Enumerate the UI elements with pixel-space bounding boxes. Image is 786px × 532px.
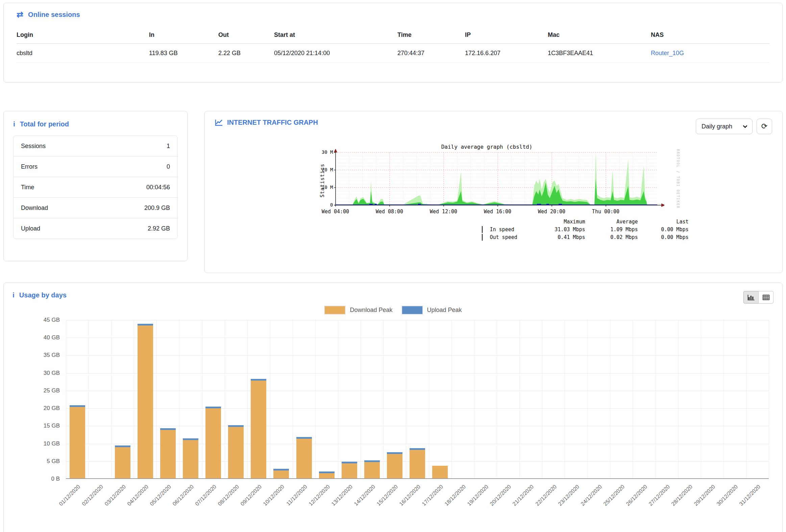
col-login: Login [17, 29, 149, 44]
usage-xtick: 23/12/2020 [557, 484, 580, 507]
usage-ytick: 5 GB [13, 458, 60, 465]
bar-12/12/2020[interactable] [319, 471, 334, 478]
bar-slot: 03/12/2020 [111, 320, 134, 478]
usage-by-days-panel: i Usage by days [3, 282, 783, 532]
table-row: cbsltd 119.83 GB 2.22 GB 05/12/2020 21:1… [17, 44, 769, 63]
stat-row-errors: Errors 0 [13, 156, 178, 177]
mrtg-ytick: 0 [315, 202, 333, 208]
usage-xtick: 18/12/2020 [444, 484, 467, 507]
bar-slot: 13/12/2020 [338, 320, 361, 478]
bar-13/12/2020[interactable] [342, 462, 357, 478]
mrtg-ytick: 20 M [315, 167, 333, 172]
mrtg-svg [326, 148, 664, 210]
usage-xtick: 19/12/2020 [466, 484, 490, 507]
col-out: Out [218, 29, 274, 44]
bar-07/12/2020[interactable] [205, 407, 221, 478]
table-view-button[interactable] [758, 291, 773, 303]
bar-slot: 07/12/2020 [202, 320, 225, 478]
download-segment [205, 408, 221, 478]
bar-10/12/2020[interactable] [273, 469, 289, 479]
usage-ytick: 45 GB [13, 317, 60, 323]
bar-slot: 19/12/2020 [474, 320, 497, 478]
bar-14/12/2020[interactable] [364, 460, 380, 478]
stat-label: Time [21, 184, 34, 191]
usage-xtick: 15/12/2020 [375, 484, 399, 507]
mrtg-plot [326, 148, 664, 211]
stat-value: 2.92 GB [148, 225, 170, 232]
stat-row-sessions: Sessions 1 [13, 136, 178, 157]
bar-slot: 27/12/2020 [655, 320, 678, 478]
bar-chart-icon [747, 294, 755, 300]
bar-slot: 20/12/2020 [497, 320, 519, 478]
chart-view-button[interactable] [743, 291, 759, 303]
usage-xtick: 13/12/2020 [330, 484, 353, 507]
online-sessions-title: Online sessions [28, 11, 80, 19]
download-segment [364, 462, 380, 478]
mrtg-ytick: 30 M [315, 149, 333, 155]
bar-05/12/2020[interactable] [160, 428, 176, 478]
x-axis-arrow [661, 204, 664, 207]
mrtg-ytick: 10 M [315, 185, 333, 190]
usage-xtick: 26/12/2020 [625, 484, 648, 507]
bar-slot: 26/12/2020 [632, 320, 655, 478]
legend-header-average: Average [585, 218, 638, 226]
bar-03/12/2020[interactable] [115, 445, 131, 478]
download-segment [183, 440, 198, 478]
usage-xtick: 21/12/2020 [512, 484, 535, 507]
bar-slot: 10/12/2020 [270, 320, 293, 478]
usage-ytick: 30 GB [13, 370, 60, 376]
col-start-at: Start at [274, 29, 397, 44]
usage-xtick: 03/12/2020 [103, 484, 127, 507]
upload-peak-label: Upload Peak [427, 306, 462, 314]
usage-xtick: 16/12/2020 [398, 484, 421, 507]
stat-label: Upload [21, 225, 40, 232]
download-segment [228, 427, 244, 478]
usage-xtick: 09/12/2020 [239, 484, 263, 507]
bar-01/12/2020[interactable] [70, 405, 85, 478]
download-segment [138, 325, 153, 478]
in-speed-maximum: 31.03 Mbps [531, 226, 585, 234]
stat-value: 1 [167, 143, 170, 150]
usage-xtick: 08/12/2020 [217, 484, 240, 507]
legend-item-upload: Upload Peak [401, 305, 462, 315]
refresh-button[interactable]: ⟳ [757, 119, 772, 134]
bar-15/12/2020[interactable] [387, 452, 402, 478]
usage-xtick: 17/12/2020 [421, 484, 444, 507]
bar-slot: 05/12/2020 [157, 320, 179, 478]
in-speed-last: 0.00 Mbps [638, 226, 689, 234]
bar-slot: 22/12/2020 [542, 320, 565, 478]
bar-04/12/2020[interactable] [138, 324, 153, 478]
bar-slot: 15/12/2020 [383, 320, 406, 478]
bar-11/12/2020[interactable] [296, 437, 312, 478]
usage-chart: 0 B5 GB10 GB15 GB20 GB25 GB30 GB35 GB40 … [13, 320, 773, 530]
legend-item-download: Download Peak [324, 305, 392, 315]
bar-09/12/2020[interactable] [251, 379, 266, 478]
bar-16/12/2020[interactable] [410, 448, 425, 478]
page: ⇄ Online sessions Login In Out Start at … [0, 0, 786, 532]
bar-17/12/2020[interactable] [432, 466, 448, 478]
usage-ytick: 15 GB [13, 422, 60, 429]
out-speed-average: 0.02 Mbps [585, 234, 638, 241]
swap-arrows-icon: ⇄ [17, 10, 23, 19]
bar-06/12/2020[interactable] [183, 438, 198, 478]
bar-08/12/2020[interactable] [228, 425, 244, 478]
bar-slot: 08/12/2020 [225, 320, 247, 478]
traffic-title-wrap: INTERNET TRAFFIC GRAPH [215, 119, 318, 126]
usage-vgrid [769, 320, 769, 478]
view-toggle-group [743, 291, 773, 303]
mrtg-xtick: Wed 04:00 [322, 209, 349, 215]
graph-period-select[interactable]: Daily graph [696, 119, 753, 134]
traffic-controls: Daily graph ⟳ [696, 119, 772, 134]
legend-in-speed-label: In speed [490, 226, 531, 234]
out-speed-maximum: 0.41 Mbps [531, 234, 585, 241]
download-segment [432, 466, 448, 478]
usage-xtick: 04/12/2020 [126, 484, 149, 507]
bar-slot: 31/12/2020 [746, 320, 769, 478]
usage-xtick: 12/12/2020 [307, 484, 331, 507]
usage-title: Usage by days [19, 291, 67, 299]
online-sessions-table: Login In Out Start at Time IP Mac NAS cb… [17, 29, 769, 63]
usage-xtick: 28/12/2020 [670, 484, 694, 507]
nas-link[interactable]: Router_10G [651, 50, 684, 56]
stat-label: Download [21, 205, 48, 212]
cell-out: 2.22 GB [218, 44, 274, 63]
